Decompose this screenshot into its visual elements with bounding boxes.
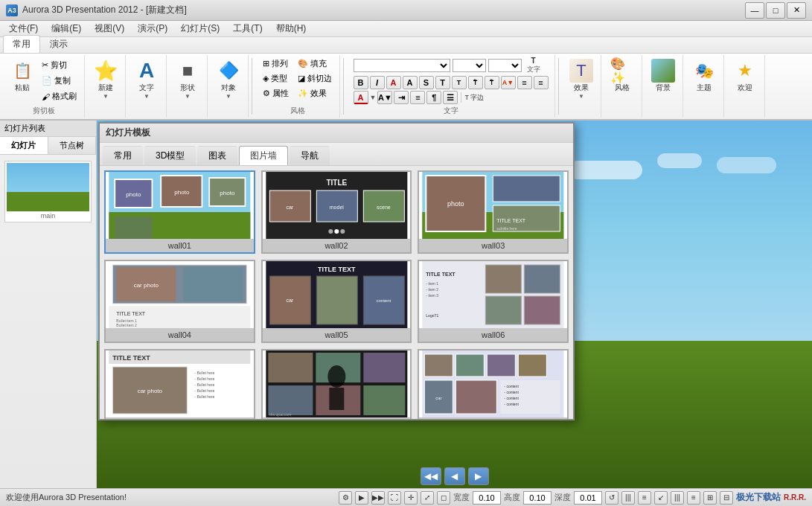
nav-next-button[interactable]: ▶ — [468, 467, 489, 485]
status-icon-2[interactable]: ▶ — [355, 491, 368, 505]
menu-file[interactable]: 文件(F) — [3, 21, 44, 36]
t3-button[interactable]: T̈ — [468, 76, 483, 89]
shadow-s-button[interactable]: S — [419, 76, 434, 89]
format-brush-button[interactable]: 🖌 格式刷 — [39, 89, 80, 103]
template-wall06[interactable]: TITLE TEXT - item 1 - item 2 - item 3 Lo… — [418, 260, 569, 343]
menu-present[interactable]: 演示(P) — [132, 21, 173, 36]
theme-button[interactable]: 🎭 主题 — [689, 57, 719, 95]
paste-button[interactable]: 📋 粘贴 — [7, 57, 37, 95]
font-family-select[interactable] — [354, 59, 450, 72]
property-button[interactable]: ⚙ 属性 — [260, 86, 292, 100]
effect-big-button[interactable]: T 效果 ▼ — [566, 57, 596, 102]
maximize-button[interactable]: □ — [766, 2, 785, 19]
nav-first-button[interactable]: ◀◀ — [421, 467, 441, 485]
cut-label: 剪切 — [51, 60, 67, 71]
dialog-tab-chart[interactable]: 图表 — [197, 146, 237, 165]
dialog-tab-photowall[interactable]: 图片墙 — [239, 146, 288, 165]
font-size-select[interactable] — [453, 59, 486, 72]
ribbon-group-shape: ■ 形状 ▼ — [168, 55, 208, 118]
cut-icon: ✂ — [42, 60, 48, 70]
status-icon-13[interactable]: ⊞ — [703, 491, 717, 505]
align-left-button[interactable]: ≡ — [517, 76, 532, 89]
list-button[interactable]: ☰ — [443, 91, 458, 104]
effect-button[interactable]: ✨ 效果 — [295, 86, 335, 100]
italic-button[interactable]: I — [370, 76, 385, 89]
status-refresh[interactable]: ↺ — [605, 491, 618, 505]
color-drop-button[interactable]: A▼ — [501, 76, 516, 89]
para-button[interactable]: ¶ — [426, 91, 441, 104]
template-wall05[interactable]: TITLE TEXT car content wall05 — [261, 260, 412, 343]
tab-present[interactable]: 演示 — [40, 35, 77, 53]
dialog-tab-nav[interactable]: 导航 — [290, 146, 330, 165]
color-a2-button[interactable]: A — [354, 91, 368, 104]
bold-button[interactable]: B — [354, 76, 368, 89]
dialog-tab-3d[interactable]: 3D模型 — [144, 146, 196, 165]
menu-edit[interactable]: 编辑(E) — [45, 21, 87, 36]
minimize-button[interactable]: — — [745, 2, 764, 19]
t2-button[interactable]: T — [452, 76, 467, 89]
menu-tools[interactable]: 工具(T) — [227, 21, 268, 36]
depth-input[interactable] — [574, 491, 602, 505]
bevel-icon: ◪ — [298, 74, 305, 83]
type-button[interactable]: ◈ 类型 — [260, 71, 292, 86]
template-wall09[interactable]: car - content - content - content - cont… — [418, 349, 569, 419]
status-icon-3[interactable]: ▶▶ — [371, 491, 385, 505]
status-icon-8[interactable]: ||| — [621, 491, 635, 505]
stroke-a-button[interactable]: A — [403, 76, 418, 89]
indent-button[interactable]: ⇥ — [394, 91, 409, 104]
status-icon-10[interactable]: ↙ — [654, 491, 668, 505]
bevel-button[interactable]: ◪ 斜切边 — [295, 71, 335, 86]
shape-button[interactable]: ■ 形状 ▼ — [173, 57, 202, 102]
new-icon: ⭐ — [94, 59, 118, 83]
t4-button[interactable]: T̈ — [485, 76, 499, 89]
font-size2-select[interactable] — [488, 59, 522, 72]
template-wall08[interactable]: thx.ujcai.com wall08 — [261, 349, 412, 419]
tab-slides[interactable]: 幻灯片 — [0, 137, 48, 154]
color-a3-button[interactable]: A▼ — [377, 91, 392, 104]
status-icon-6[interactable]: ⤢ — [421, 491, 434, 505]
dialog-tabs: 常用 3D模型 图表 图片墙 导航 — [100, 143, 573, 166]
menu-slide[interactable]: 幻灯片(S) — [175, 21, 226, 36]
status-icon-4[interactable]: ⛶ — [388, 491, 401, 505]
arrange-button[interactable]: ⊞ 排列 — [260, 57, 292, 71]
height-input[interactable] — [523, 491, 552, 505]
width-input[interactable] — [473, 491, 501, 505]
template-wall07[interactable]: TITLE TEXT car photo - Bullet here - Bul… — [104, 349, 255, 419]
close-button[interactable]: ✕ — [787, 2, 806, 19]
status-icon-11[interactable]: ||| — [671, 491, 684, 505]
status-icon-14[interactable]: ⊟ — [720, 491, 733, 505]
background-button[interactable]: 背景 — [648, 57, 678, 95]
status-icon-12[interactable]: ≡ — [687, 491, 700, 505]
template-wall03[interactable]: photo TITLE TEXT subtitle here wall03 — [418, 170, 569, 254]
status-icon-5[interactable]: ✛ — [404, 491, 418, 505]
template-wall02[interactable]: TITLE car model scene — [261, 170, 412, 254]
tab-nodes[interactable]: 节点树 — [48, 137, 97, 154]
svg-rect-44 — [316, 276, 357, 324]
slide-thumb-1[interactable]: main — [4, 161, 92, 222]
wall04-svg: car photo TITLE TEXT Bullet item 1 Bulle… — [106, 261, 254, 328]
menu-view[interactable]: 视图(V) — [89, 21, 130, 36]
nav-prev-button[interactable]: ◀ — [444, 467, 465, 485]
t1-button[interactable]: T — [435, 76, 450, 89]
canvas-area[interactable]: 幻灯片模板 常用 3D模型 图表 图片墙 导航 — [97, 121, 812, 488]
status-icon-7[interactable]: ◻ — [437, 491, 450, 505]
template-wall04[interactable]: car photo TITLE TEXT Bullet item 1 Bulle… — [104, 260, 255, 343]
align-right-button[interactable]: ≡ — [534, 76, 549, 89]
welcome-button[interactable]: ★ 欢迎 — [730, 57, 760, 95]
text-button[interactable]: A 文字 ▼ — [132, 57, 162, 102]
color-a-button[interactable]: A — [386, 76, 401, 89]
tab-common[interactable]: 常用 — [3, 35, 40, 53]
copy-button[interactable]: 📄 复制 — [39, 74, 80, 88]
style-button[interactable]: 🎨✨ 风格 — [607, 57, 637, 95]
template-wall01[interactable]: photo photo photo wall01 — [104, 170, 255, 254]
new-button[interactable]: ⭐ 新建 ▼ — [91, 57, 121, 102]
dialog-tab-common[interactable]: 常用 — [103, 146, 143, 165]
align-center-button[interactable]: ≡ — [410, 91, 425, 104]
cut-button[interactable]: ✂ 剪切 — [39, 58, 80, 72]
fill-button[interactable]: 🎨 填充 — [295, 57, 335, 71]
status-icon-1[interactable]: ⚙ — [339, 491, 352, 505]
status-icon-9[interactable]: ≡ — [638, 491, 651, 505]
menu-help[interactable]: 帮助(H) — [270, 21, 313, 36]
object-button[interactable]: 🔷 对象 ▼ — [214, 57, 243, 102]
ribbon-tabs: 常用 演示 — [0, 37, 812, 54]
